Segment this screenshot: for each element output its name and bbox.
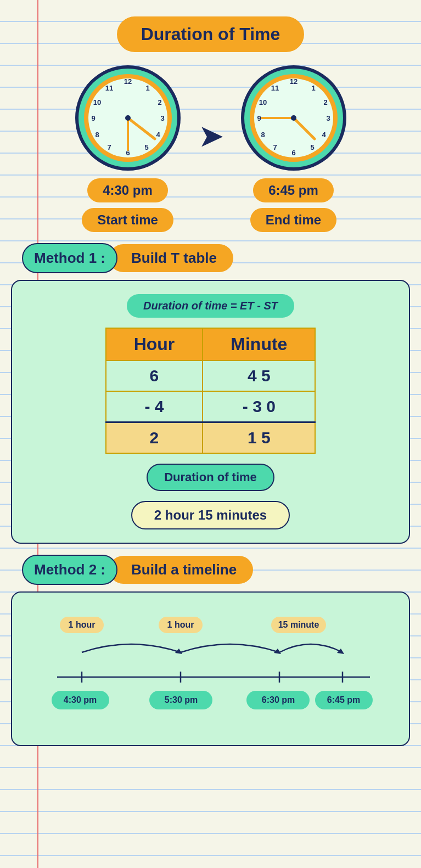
svg-text:5:30 pm: 5:30 pm	[164, 695, 197, 704]
clocks-row: 12 1 2 3 4 5 6 7 8 9 10 11 4:30 pm	[11, 63, 410, 232]
svg-text:3: 3	[160, 114, 164, 122]
table-header-hour: Hour	[106, 328, 203, 360]
svg-text:7: 7	[273, 143, 277, 151]
svg-text:5: 5	[144, 143, 148, 151]
end-clock: 12 1 2 3 4 5 6 7 8 9 10 11	[239, 63, 349, 173]
start-time-label: Start time	[82, 208, 173, 232]
method1-label: Method 1 :	[22, 243, 117, 273]
method1-section: Method 1 : Build T table Duration of tim…	[11, 243, 410, 544]
start-clock-wrapper: 12 1 2 3 4 5 6 7 8 9 10 11 4:30 pm	[73, 63, 183, 232]
end-clock-wrapper: 12 1 2 3 4 5 6 7 8 9 10 11 6:45 pm End t…	[239, 63, 349, 232]
duration-of-time-label: Duration of time	[147, 464, 274, 491]
svg-text:12: 12	[289, 77, 297, 86]
start-time-badge: 4:30 pm	[87, 178, 168, 202]
end-time-badge: 6:45 pm	[253, 178, 334, 202]
svg-text:15 minute: 15 minute	[278, 620, 319, 629]
svg-text:6: 6	[291, 149, 295, 157]
table-row-result: 2 1 5	[106, 422, 316, 454]
start-clock: 12 1 2 3 4 5 6 7 8 9 10 11	[73, 63, 183, 173]
method2-sub: Build a timeline	[109, 556, 253, 584]
svg-text:5: 5	[310, 143, 314, 151]
method2-header: Method 2 : Build a timeline	[22, 555, 253, 585]
method2-section: Method 2 : Build a timeline 1 hour 1 hou…	[11, 555, 410, 746]
svg-text:1 hour: 1 hour	[68, 620, 95, 629]
timeline-svg: 1 hour 1 hour 15 minute	[30, 611, 392, 732]
svg-text:7: 7	[107, 143, 111, 151]
table-header-minute: Minute	[203, 328, 315, 360]
table-row-1: 6 4 5	[106, 360, 316, 391]
table-cell-minute-2: - 3 0	[203, 391, 315, 422]
table-cell-hour-result: 2	[106, 422, 203, 454]
svg-text:1 hour: 1 hour	[167, 620, 194, 629]
svg-text:11: 11	[105, 84, 113, 92]
t-table: Hour Minute 6 4 5 - 4 - 3 0 2	[105, 328, 316, 454]
svg-text:9: 9	[91, 114, 95, 122]
svg-point-37	[291, 115, 296, 121]
svg-text:4: 4	[322, 131, 326, 139]
arrow-right-icon: ➤	[199, 121, 222, 153]
timeline-container: 1 hour 1 hour 15 minute	[23, 606, 398, 732]
svg-point-18	[125, 115, 131, 121]
svg-text:1: 1	[145, 84, 149, 92]
page-title: Duration of Time	[117, 16, 305, 52]
duration-value: 2 hour 15 minutes	[131, 501, 290, 529]
svg-text:10: 10	[93, 98, 100, 106]
table-cell-minute-result: 1 5	[203, 422, 315, 454]
table-cell-hour-2: - 4	[106, 391, 203, 422]
svg-text:2: 2	[323, 98, 327, 106]
svg-text:1: 1	[311, 84, 315, 92]
svg-text:4:30 pm: 4:30 pm	[63, 695, 96, 704]
svg-text:3: 3	[326, 114, 330, 122]
svg-text:4: 4	[156, 131, 160, 139]
svg-text:6:45 pm: 6:45 pm	[327, 695, 360, 704]
method1-header: Method 1 : Build T table	[22, 243, 233, 273]
method2-box: 1 hour 1 hour 15 minute	[11, 591, 410, 746]
formula-badge: Duration of time = ET - ST	[127, 294, 294, 318]
method1-box: Duration of time = ET - ST Hour Minute 6…	[11, 280, 410, 544]
table-cell-minute-1: 4 5	[203, 360, 315, 391]
svg-text:10: 10	[259, 98, 266, 106]
table-row-2: - 4 - 3 0	[106, 391, 316, 422]
svg-text:8: 8	[95, 131, 99, 139]
method1-sub: Build T table	[109, 244, 233, 272]
svg-marker-46	[337, 649, 344, 654]
method2-label: Method 2 :	[22, 555, 117, 585]
svg-text:6:30 pm: 6:30 pm	[261, 695, 294, 704]
svg-text:2: 2	[158, 98, 161, 106]
svg-text:12: 12	[124, 77, 131, 86]
svg-text:11: 11	[271, 84, 278, 92]
svg-text:9: 9	[257, 114, 261, 122]
end-time-label: End time	[250, 208, 336, 232]
svg-text:8: 8	[261, 131, 265, 139]
table-cell-hour-1: 6	[106, 360, 203, 391]
